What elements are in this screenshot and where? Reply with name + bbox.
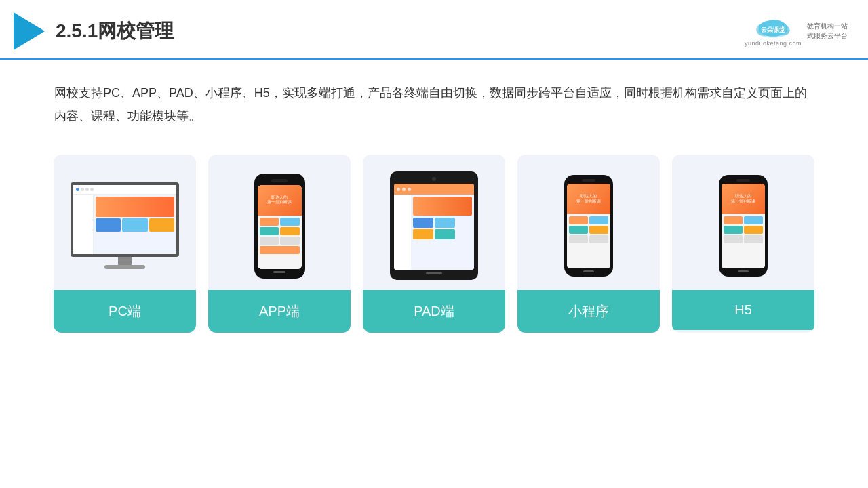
- app-phone-mockup: 职达人的第一堂判断课: [254, 174, 305, 279]
- pc-screen: [71, 182, 179, 257]
- page-title: 2.5.1网校管理: [56, 18, 174, 44]
- description-text: 网校支持PC、APP、PAD、小程序、H5，实现多端打通，产品各终端自由切换，数…: [0, 60, 868, 141]
- card-image-app: 职达人的第一堂判断课: [208, 155, 351, 290]
- card-miniprogram: 职达人的第一堂判断课: [517, 155, 660, 333]
- card-pc: PC端: [54, 155, 196, 333]
- card-h5: 职达人的第一堂判断课: [672, 155, 814, 333]
- card-pad: PAD端: [363, 155, 505, 333]
- card-app: 职达人的第一堂判断课: [208, 155, 351, 333]
- cloud-svg-icon: 云朵课堂: [753, 16, 793, 40]
- device-cards-container: PC端 职达人的第一堂判断课: [0, 141, 868, 353]
- header-left: 2.5.1网校管理: [14, 12, 174, 50]
- card-label-pad: PAD端: [363, 290, 505, 333]
- miniprogram-phone-mockup: 职达人的第一堂判断课: [564, 175, 613, 277]
- page-header: 2.5.1网校管理 云朵课堂 yunduoketang.com 教育机构一站 式…: [0, 0, 868, 60]
- logo-en: yunduoketang.com: [745, 40, 802, 47]
- tablet-device-mockup: [390, 171, 478, 280]
- card-image-miniprogram: 职达人的第一堂判断课: [517, 155, 660, 290]
- card-image-h5: 职达人的第一堂判断课: [672, 155, 814, 290]
- svg-text:云朵课堂: 云朵课堂: [761, 26, 786, 33]
- logo-slogan: 教育机构一站 式服务云平台: [807, 22, 848, 41]
- card-label-pc: PC端: [54, 290, 196, 333]
- triangle-logo: [14, 12, 45, 50]
- cloud-logo: 云朵课堂 yunduoketang.com: [745, 16, 802, 47]
- h5-phone-mockup: 职达人的第一堂判断课: [719, 175, 768, 277]
- card-label-miniprogram: 小程序: [517, 290, 660, 333]
- card-image-pc: [54, 155, 196, 290]
- card-label-h5: H5: [672, 290, 814, 330]
- pc-device-mockup: [71, 182, 179, 269]
- card-label-app: APP端: [208, 290, 351, 333]
- card-image-pad: [363, 155, 505, 290]
- brand-logo: 云朵课堂 yunduoketang.com 教育机构一站 式服务云平台: [745, 16, 848, 47]
